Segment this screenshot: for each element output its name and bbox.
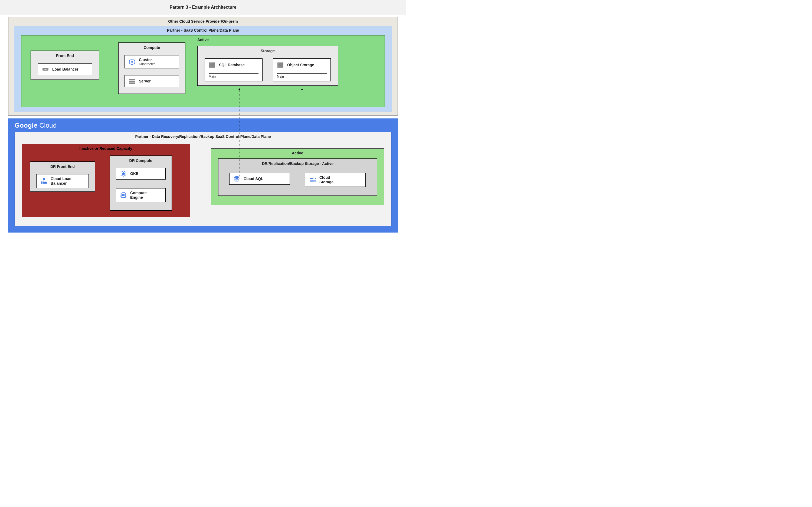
panel-storage: Storage SQL Database Main bbox=[197, 46, 338, 86]
page-title: Pattern 3 - Example Architecture bbox=[0, 0, 406, 15]
container-google-cloud: Google Cloud Partner - Data Recovery/Rep… bbox=[8, 118, 398, 233]
load-balancer-icon bbox=[42, 66, 49, 73]
gke-label: GKE bbox=[130, 171, 138, 176]
cloud-storage-sub: Storage bbox=[319, 180, 334, 184]
svg-point-14 bbox=[210, 67, 211, 67]
svg-point-12 bbox=[210, 63, 211, 64]
kubernetes-icon bbox=[129, 58, 136, 65]
container-partner-bot: Partner - Data Recovery/Replication/Back… bbox=[15, 132, 391, 226]
node-gke: GKE bbox=[116, 168, 166, 179]
node-load-balancer: Load Balancer bbox=[38, 63, 92, 75]
svg-point-19 bbox=[278, 65, 279, 65]
clb-sub: Balancer bbox=[51, 181, 71, 186]
svg-point-13 bbox=[210, 65, 211, 65]
cluster-label: Cluster bbox=[139, 58, 155, 62]
clb-label: Cloud Load bbox=[51, 177, 71, 181]
sql-label: SQL Database bbox=[219, 63, 245, 67]
gke-icon bbox=[120, 170, 127, 177]
front-end-title: Front End bbox=[31, 51, 99, 58]
node-gce: Compute Engine bbox=[116, 188, 166, 202]
brand-google: Google bbox=[15, 122, 37, 129]
node-cloud-storage: Cloud Storage bbox=[305, 173, 366, 187]
cloud-storage-icon bbox=[309, 176, 316, 183]
svg-rect-21 bbox=[43, 178, 45, 180]
svg-marker-26 bbox=[122, 172, 125, 175]
active-top-title: Active bbox=[21, 36, 385, 44]
cloud-load-balancer-icon bbox=[40, 178, 47, 185]
object-label: Object Storage bbox=[287, 63, 314, 67]
server-icon bbox=[129, 77, 136, 84]
sql-footer: Main bbox=[209, 73, 258, 78]
cloud-sql-icon bbox=[233, 175, 240, 182]
onprem-title: Other Cloud Service Provider/On-prem bbox=[8, 17, 398, 26]
svg-rect-28 bbox=[122, 194, 124, 196]
google-cloud-logo: Google Cloud bbox=[15, 122, 57, 129]
svg-rect-6 bbox=[129, 79, 135, 80]
container-partner-top: Partner - SaaS Control Plane/Data Plane … bbox=[14, 26, 392, 112]
compute-engine-icon bbox=[120, 192, 127, 199]
node-server: Server bbox=[124, 75, 179, 87]
node-sql-db: SQL Database Main bbox=[205, 58, 262, 81]
inactive-title: Inactive or Reduced Capacity bbox=[22, 144, 190, 153]
active-bot-title: Active bbox=[211, 149, 384, 157]
svg-point-3 bbox=[46, 69, 47, 69]
container-onprem: Other Cloud Service Provider/On-prem Par… bbox=[8, 17, 398, 115]
cluster-sub: Kubernetes bbox=[139, 62, 155, 66]
object-storage-icon bbox=[277, 61, 284, 68]
svg-rect-32 bbox=[313, 181, 315, 181]
cloud-storage-label: Cloud bbox=[319, 175, 334, 180]
svg-rect-8 bbox=[129, 82, 135, 84]
container-active-top: Active Front End Load Balancer Compute bbox=[21, 35, 385, 107]
svg-rect-7 bbox=[129, 80, 135, 82]
svg-rect-22 bbox=[41, 182, 43, 184]
database-icon bbox=[209, 61, 216, 68]
svg-rect-31 bbox=[313, 178, 315, 179]
dr-compute-title: DR Compute bbox=[110, 156, 171, 163]
compute-title: Compute bbox=[118, 43, 185, 50]
gce-sub: Engine bbox=[130, 195, 147, 200]
svg-point-5 bbox=[131, 61, 133, 63]
panel-dr-compute: DR Compute GKE Compute Engine bbox=[110, 156, 172, 211]
brand-cloud: Cloud bbox=[39, 122, 57, 129]
svg-rect-24 bbox=[45, 182, 47, 184]
panel-dr-storage: DR/Replication/Backup Storage - Active C… bbox=[218, 159, 377, 196]
svg-point-18 bbox=[278, 63, 279, 64]
svg-point-20 bbox=[278, 67, 279, 67]
node-cluster: Cluster Kubernetes bbox=[124, 55, 179, 68]
partner-top-title: Partner - SaaS Control Plane/Data Plane bbox=[14, 26, 392, 35]
node-cloud-sql: Cloud SQL bbox=[229, 173, 290, 185]
svg-rect-23 bbox=[43, 182, 45, 184]
cloud-sql-label: Cloud SQL bbox=[244, 177, 263, 181]
panel-front-end: Front End Load Balancer bbox=[31, 51, 99, 80]
node-clb: Cloud Load Balancer bbox=[36, 174, 89, 188]
server-label: Server bbox=[139, 79, 151, 83]
panel-compute: Compute Cluster Kubernetes bbox=[118, 43, 186, 94]
node-object-storage: Object Storage Main bbox=[273, 58, 331, 81]
svg-point-1 bbox=[44, 69, 44, 69]
object-footer: Main bbox=[277, 73, 327, 78]
load-balancer-label: Load Balancer bbox=[52, 67, 78, 71]
svg-point-2 bbox=[45, 69, 46, 69]
dr-storage-title: DR/Replication/Backup Storage - Active bbox=[218, 159, 377, 166]
container-active-bot: Active DR/Replication/Backup Storage - A… bbox=[211, 149, 384, 205]
partner-bot-title: Partner - Data Recovery/Replication/Back… bbox=[15, 132, 391, 141]
panel-dr-front-end: DR Front End Cloud Load Balancer bbox=[30, 161, 95, 192]
gce-label: Compute bbox=[130, 191, 147, 195]
container-inactive: Inactive or Reduced Capacity DR Front En… bbox=[22, 144, 190, 217]
storage-title: Storage bbox=[198, 46, 338, 53]
dr-front-end-title: DR Front End bbox=[30, 162, 95, 169]
